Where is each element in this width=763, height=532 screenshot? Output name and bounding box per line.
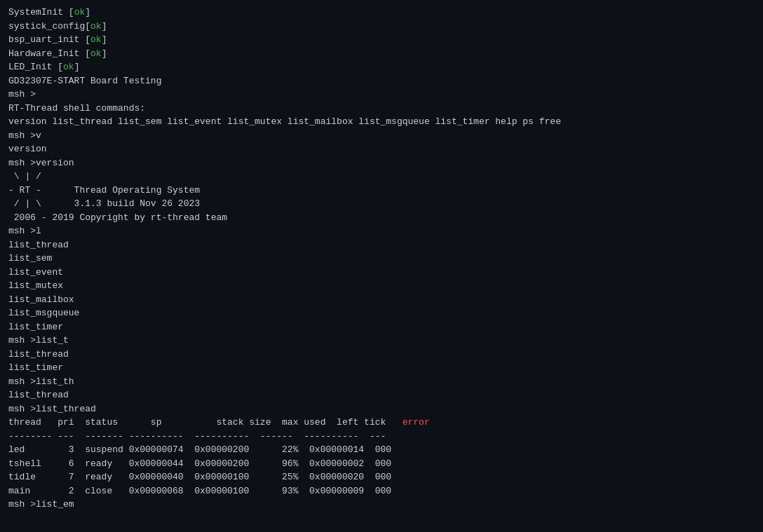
- terminal: SystemInit [ok]systick_config[ok]bsp_uar…: [8, 6, 755, 512]
- terminal-line: list_thread: [8, 238, 755, 252]
- terminal-line: msh >v: [8, 129, 755, 143]
- terminal-line: msh >list_em: [8, 498, 755, 512]
- terminal-line: main 2 close 0x00000068 0x00000100 93% 0…: [8, 484, 755, 498]
- terminal-line: list_timer: [8, 361, 755, 375]
- terminal-line: - RT - Thread Operating System: [8, 184, 755, 198]
- terminal-line: list_sem: [8, 252, 755, 266]
- terminal-line: bsp_uart_init [ok]: [8, 33, 755, 47]
- terminal-line: tshell 6 ready 0x00000044 0x00000200 96%…: [8, 457, 755, 471]
- terminal-line: / | \ 3.1.3 build Nov 26 2023: [8, 197, 755, 211]
- terminal-line: led 3 suspend 0x00000074 0x00000200 22% …: [8, 443, 755, 457]
- terminal-line: thread pri status sp stack size max used…: [8, 416, 755, 430]
- terminal-line: -------- --- ------- ---------- --------…: [8, 430, 755, 444]
- terminal-line: list_mutex: [8, 279, 755, 293]
- terminal-line: RT-Thread shell commands:: [8, 102, 755, 116]
- terminal-line: 2006 - 2019 Copyright by rt-thread team: [8, 211, 755, 225]
- terminal-line: msh >list_th: [8, 375, 755, 389]
- terminal-line: msh >: [8, 88, 755, 102]
- terminal-line: SystemInit [ok]: [8, 6, 755, 20]
- terminal-line: GD32307E-START Board Testing: [8, 74, 755, 88]
- terminal-line: msh >l: [8, 224, 755, 238]
- terminal-line: list_msgqueue: [8, 306, 755, 320]
- terminal-line: version list_thread list_sem list_event …: [8, 115, 755, 129]
- terminal-line: msh >version: [8, 156, 755, 170]
- terminal-line: list_mailbox: [8, 293, 755, 307]
- terminal-line: list_timer: [8, 320, 755, 334]
- terminal-line: msh >list_thread: [8, 402, 755, 416]
- terminal-line: tidle 7 ready 0x00000040 0x00000100 25% …: [8, 470, 755, 484]
- terminal-line: LED_Init [ok]: [8, 60, 755, 74]
- terminal-line: list_thread: [8, 348, 755, 362]
- terminal-line: Hardware_Init [ok]: [8, 47, 755, 61]
- terminal-line: version: [8, 142, 755, 156]
- terminal-line: list_thread: [8, 388, 755, 402]
- terminal-line: \ | /: [8, 170, 755, 184]
- terminal-line: systick_config[ok]: [8, 20, 755, 34]
- terminal-line: list_event: [8, 266, 755, 280]
- terminal-line: msh >list_t: [8, 334, 755, 348]
